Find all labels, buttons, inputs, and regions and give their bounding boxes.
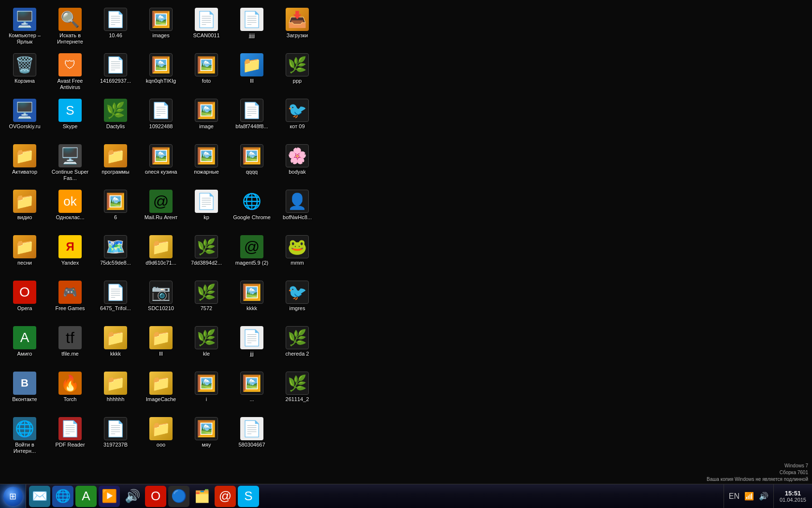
desktop-icon-kle[interactable]: 🌿kle — [185, 323, 228, 367]
icon-image-lll: 📁 — [149, 326, 173, 349]
desktop-icon-n7572[interactable]: 🌿7572 — [185, 278, 228, 321]
desktop-icon-chereda[interactable]: 🌿chereda 2 — [276, 323, 319, 367]
desktop-icon-bfa8[interactable]: 📄bfa8f7448f8... — [230, 96, 274, 139]
tray-network-icon[interactable]: 📶 — [743, 491, 755, 502]
desktop-icon-vojti[interactable]: 🌐Войти в Интерн... — [3, 414, 46, 458]
icon-label-mmm: mmm — [290, 260, 304, 266]
tray-language[interactable]: EN — [728, 491, 740, 502]
desktop-icon-jjjjj[interactable]: 📄jjjjj — [230, 5, 274, 48]
taskbar-icon-ie2[interactable]: 🌐 — [52, 486, 73, 507]
desktop-icon-jjj[interactable]: 📄jjj — [230, 323, 274, 367]
desktop-icon-n1046[interactable]: 📄10.46 — [94, 5, 137, 48]
desktop-icon-n10922[interactable]: 📄10922488 — [139, 96, 183, 139]
desktop-icon-n261114[interactable]: 🌿261114_2 — [276, 369, 319, 412]
icon-image-kompyuter: 🖥️ — [13, 8, 36, 31]
desktop-icon-dactylis[interactable]: 🌿Dactylis — [94, 96, 137, 139]
taskbar-icon-chrome2[interactable]: 🔵 — [168, 486, 189, 507]
desktop-icon-korzina[interactable]: 🗑️Корзина — [3, 50, 46, 94]
icon-image-scan0011: 📄 — [195, 8, 218, 31]
desktop-icon-foto[interactable]: 🖼️foto — [185, 50, 228, 94]
icon-label-ovgorskiy: OVGorskiy.ru — [9, 123, 40, 130]
desktop-icon-pesni[interactable]: 📁песни — [3, 232, 46, 276]
taskbar-icon-skype2[interactable]: S — [238, 486, 259, 507]
desktop-icon-n580[interactable]: 📄580304667 — [230, 414, 274, 458]
desktop-icon-vkontakte[interactable]: BВконтакте — [3, 369, 46, 412]
taskbar-icon-ie[interactable]: ✉️ — [29, 486, 50, 507]
desktop-icon-video[interactable]: 📁видио — [3, 187, 46, 230]
desktop-icon-kot09[interactable]: 🐦кот 09 — [276, 96, 319, 139]
icon-label-lll: lll — [159, 351, 162, 357]
icon-image-amigo: A — [13, 326, 36, 349]
desktop-icon-kqn0q[interactable]: 🖼️kqn0qhTIKIg — [139, 50, 183, 94]
desktop-icon-qqq[interactable]: 🖼️qqqq — [230, 141, 274, 185]
tray-sound-icon[interactable]: 🔊 — [758, 491, 769, 502]
taskbar-icon-opera2[interactable]: O — [145, 486, 166, 507]
desktop-icon-lll2[interactable]: 📁lll — [230, 50, 274, 94]
desktop-icon-ppp[interactable]: 🌿ppp — [276, 50, 319, 94]
desktop-icon-imagecache[interactable]: 📁ImageCache — [139, 369, 183, 412]
desktop-icon-google[interactable]: 🌐Google Chrome — [230, 187, 274, 230]
desktop-icon-yandex[interactable]: ЯYandex — [48, 232, 92, 276]
icon-image-kp: 📄 — [195, 190, 218, 213]
clock-area[interactable]: 15:51 01.04.2015 — [773, 484, 812, 508]
desktop-icon-mailru[interactable]: @Mail.Ru Агент — [139, 187, 183, 230]
desktop-icon-dc59[interactable]: 🗺️75dc59de8... — [94, 232, 137, 276]
desktop-icon-n6[interactable]: 🖼️6 — [94, 187, 137, 230]
taskbar-icon-mailru2[interactable]: @ — [215, 486, 236, 507]
desktop-icon-continue[interactable]: 🖥️Continue Super Fas... — [48, 141, 92, 185]
desktop-icon-avast[interactable]: 🛡Avast Free Antivirus — [48, 50, 92, 94]
desktop-icon-zagruzki[interactable]: 📥Загрузки — [276, 5, 319, 48]
desktop-icon-kp[interactable]: 📄kp — [185, 187, 228, 230]
desktop-icon-tfile[interactable]: tftfile.me — [48, 323, 92, 367]
desktop-icon-images[interactable]: 🖼️images — [139, 5, 183, 48]
desktop-icon-kkkk2[interactable]: 🖼️kkkk — [230, 278, 274, 321]
desktop-icon-kkkk[interactable]: 📁kkkk — [94, 323, 137, 367]
desktop-icon-bodyak[interactable]: 🌸bodyak — [276, 141, 319, 185]
desktop-icon-odnoklassniki[interactable]: okОдноклас... — [48, 187, 92, 230]
desktop-icon-lll[interactable]: 📁lll — [139, 323, 183, 367]
desktop-icon-amigo[interactable]: AАмиго — [3, 323, 46, 367]
desktop-icon-n141[interactable]: 📄141692937... — [94, 50, 137, 94]
taskbar-icon-agent[interactable]: A — [75, 486, 97, 507]
desktop-icon-myw[interactable]: 🖼️мяу — [185, 414, 228, 458]
desktop-icon-iskat[interactable]: 🔍Искать в Интернете — [48, 5, 92, 48]
start-button[interactable] — [0, 484, 26, 508]
desktop-icon-freegames[interactable]: 🎮Free Games — [48, 278, 92, 321]
desktop-icon-dotdot[interactable]: 🖼️... — [230, 369, 274, 412]
icon-image-n261114: 🌿 — [286, 372, 309, 395]
desktop-icon-programmy[interactable]: 📁программы — [94, 141, 137, 185]
desktop-icon-skype[interactable]: SSkype — [48, 96, 92, 139]
desktop-icon-n6475[interactable]: 📄6475_Trifol... — [94, 278, 137, 321]
desktop-icon-imgres[interactable]: 🐦imgres — [276, 278, 319, 321]
desktop-icon-bofnwhc[interactable]: 👤bofNwHc8... — [276, 187, 319, 230]
icon-label-n10922: 10922488 — [149, 123, 173, 130]
icon-label-bofnwhc: bofNwHc8... — [283, 214, 312, 221]
desktop-icon-aktivator[interactable]: 📁Активатор — [3, 141, 46, 185]
icon-image-programmy: 📁 — [104, 144, 127, 167]
start-orb — [3, 487, 23, 506]
desktop-icon-n7dd3[interactable]: 🌿7dd3894d2... — [185, 232, 228, 276]
desktop-icon-d9d[interactable]: 📁d9d610c71... — [139, 232, 183, 276]
desktop-icon-n31972[interactable]: 📄3197237B — [94, 414, 137, 458]
desktop-icon-ovgorskiy[interactable]: 🖥️OVGorskiy.ru — [3, 96, 46, 139]
icon-image-hhhhh: 📁 — [104, 372, 127, 395]
taskbar-icon-explorer[interactable]: 🗂️ — [191, 486, 213, 507]
icon-label-myw: мяу — [202, 442, 211, 448]
desktop-icon-scan0011[interactable]: 📄SCAN0011 — [185, 5, 228, 48]
desktop-icon-pdf[interactable]: 📄PDF Reader — [48, 414, 92, 458]
icon-label-tfile: tfile.me — [61, 351, 78, 357]
desktop-icon-olesya[interactable]: 🖼️олеся кузина — [139, 141, 183, 185]
desktop-icon-hhhhh[interactable]: 📁hhhhhh — [94, 369, 137, 412]
desktop-icon-opera[interactable]: OOpera — [3, 278, 46, 321]
taskbar-icon-vol[interactable]: 🔊 — [122, 486, 143, 507]
desktop-icon-kompyuter[interactable]: 🖥️Компьютер – Ярлык — [3, 5, 46, 48]
desktop-icon-torch[interactable]: 🔥Torch — [48, 369, 92, 412]
desktop-icon-image[interactable]: 🖼️image — [185, 96, 228, 139]
desktop-icon-sdc[interactable]: 📷SDC10210 — [139, 278, 183, 321]
desktop-icon-i[interactable]: 🖼️i — [185, 369, 228, 412]
desktop-icon-pozhar[interactable]: 🖼️пожарные — [185, 141, 228, 185]
desktop-icon-magent[interactable]: @magent5.9 (2) — [230, 232, 274, 276]
desktop-icon-mmm[interactable]: 🐸mmm — [276, 232, 319, 276]
taskbar-icon-wmp[interactable]: ▶️ — [99, 486, 120, 507]
desktop-icon-ooo[interactable]: 📁ooo — [139, 414, 183, 458]
